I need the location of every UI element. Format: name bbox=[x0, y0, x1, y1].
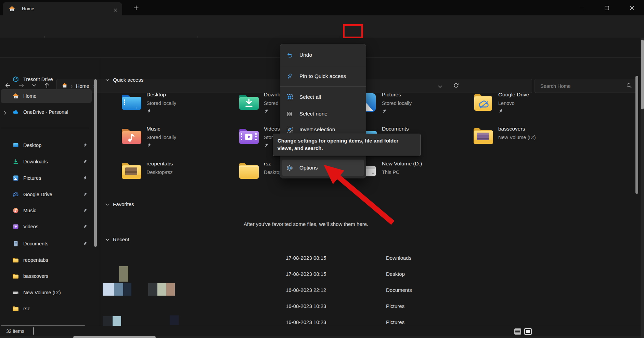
search-icon[interactable] bbox=[626, 83, 632, 90]
pin-icon bbox=[82, 224, 88, 229]
close-button[interactable] bbox=[627, 4, 637, 12]
file-thumbnail[interactable] bbox=[113, 316, 121, 326]
sidebar-item-documents[interactable]: Documents bbox=[1, 237, 92, 251]
pin-icon bbox=[82, 241, 88, 246]
tile-subtitle: Stored locally bbox=[382, 100, 412, 106]
section-label: Recent bbox=[113, 236, 129, 242]
tile-subtitle: New Volume (D:) bbox=[498, 135, 536, 140]
sidebar-item-label: rsz bbox=[23, 306, 30, 311]
sidebar-item-downloads[interactable]: Downloads bbox=[1, 155, 92, 168]
refresh-icon[interactable] bbox=[453, 82, 459, 90]
tab-close-icon[interactable] bbox=[112, 6, 119, 14]
downloads-folder-icon bbox=[238, 92, 260, 112]
sidebar-item-label: Documents bbox=[23, 241, 48, 246]
select-all-icon bbox=[286, 94, 293, 100]
favorites-empty-message: After you've favorited some files, we'll… bbox=[244, 221, 368, 227]
file-thumbnail[interactable] bbox=[123, 283, 131, 296]
sidebar-item-label: Google Drive bbox=[23, 192, 52, 197]
sidebar-separator bbox=[1, 128, 89, 128]
tile-desktop[interactable]: Desktop Stored locally bbox=[120, 92, 235, 116]
tab-home[interactable]: Home bbox=[3, 2, 122, 15]
sidebar-item-desktop[interactable]: Desktop bbox=[1, 138, 92, 152]
tile-new-volume[interactable]: New Volume (D:) This PC bbox=[356, 161, 471, 185]
tile-google-drive[interactable]: Google Drive Lenovo bbox=[472, 92, 587, 116]
menu-item-options[interactable]: Options bbox=[282, 160, 364, 176]
sidebar-item-onedrive[interactable]: OneDrive - Personal bbox=[1, 105, 92, 119]
menu-item-select-all[interactable]: Select all bbox=[282, 90, 364, 105]
file-thumbnail[interactable] bbox=[170, 315, 179, 325]
tile-title: Videos bbox=[264, 126, 280, 132]
menu-separator bbox=[280, 86, 366, 87]
sidebar-item-label: OneDrive - Personal bbox=[23, 109, 68, 115]
file-thumbnail[interactable] bbox=[148, 283, 157, 296]
content-scrollbar[interactable] bbox=[635, 76, 638, 194]
file-thumbnail[interactable] bbox=[114, 283, 123, 296]
sidebar-scrollbar[interactable] bbox=[94, 79, 97, 247]
thumbnail-view-toggle-icon[interactable] bbox=[524, 328, 532, 335]
sidebar-item-home[interactable]: Home bbox=[1, 89, 92, 103]
sidebar-item-music[interactable]: Music bbox=[1, 204, 92, 217]
section-favorites[interactable]: Favorites bbox=[105, 201, 134, 207]
tile-title: rsz bbox=[264, 161, 271, 167]
sidebar-item-pictures[interactable]: Pictures bbox=[1, 171, 92, 185]
file-thumbnail[interactable] bbox=[157, 283, 166, 296]
tile-music[interactable]: Music Stored locally bbox=[120, 126, 235, 150]
sidebar-item-basscovers[interactable]: basscovers bbox=[1, 269, 92, 283]
sidebar-item-videos[interactable]: Videos bbox=[1, 220, 92, 233]
undo-icon bbox=[286, 52, 293, 58]
sidebar-item-reopentabs[interactable]: reopentabs bbox=[1, 253, 92, 267]
expand-chevron-icon[interactable] bbox=[4, 110, 7, 114]
search-box[interactable] bbox=[534, 79, 636, 93]
menu-item-select-none[interactable]: Select none bbox=[282, 106, 364, 121]
file-thumbnail[interactable] bbox=[103, 283, 114, 296]
tile-pictures[interactable]: Pictures Stored locally bbox=[356, 92, 471, 116]
tile-subtitle: Stored locally bbox=[146, 100, 176, 106]
chevron-down-icon bbox=[105, 203, 110, 206]
sidebar-item-tresorit-drive[interactable]: Tresorit Drive bbox=[1, 72, 92, 86]
sidebar-item-rsz[interactable]: rsz bbox=[1, 302, 92, 315]
sidebar-item-new-volume[interactable]: New Volume (D:) bbox=[1, 286, 92, 299]
window-scrollbar-thumb[interactable] bbox=[641, 40, 644, 109]
file-thumbnail[interactable] bbox=[119, 266, 128, 282]
music-icon bbox=[12, 207, 19, 214]
menu-item-undo[interactable]: Undo bbox=[282, 48, 364, 63]
document-icon bbox=[12, 241, 19, 247]
pin-icon bbox=[82, 208, 88, 213]
section-label: Favorites bbox=[113, 201, 134, 207]
details-view-toggle-icon[interactable] bbox=[513, 328, 522, 335]
minimize-button[interactable] bbox=[577, 4, 587, 12]
section-label: Quick access bbox=[113, 77, 143, 83]
recent-date: 17-08-2023 08:15 bbox=[286, 255, 326, 261]
pin-icon bbox=[82, 143, 88, 148]
videos-icon bbox=[12, 224, 19, 230]
pin-icon bbox=[286, 73, 293, 80]
pin-icon bbox=[264, 143, 269, 148]
tile-reopentabs[interactable]: reopentabs Desktop\rsz bbox=[120, 161, 235, 185]
see-more-menu: Undo Pin to Quick access Select all Sele… bbox=[280, 44, 366, 178]
menu-item-pin-to-quick-access[interactable]: Pin to Quick access bbox=[282, 69, 364, 84]
section-quick-access[interactable]: Quick access bbox=[105, 77, 143, 83]
tooltip-text: Change settings for opening items, file … bbox=[278, 137, 415, 152]
pin-icon bbox=[82, 192, 88, 197]
recent-name: Pictures bbox=[386, 319, 404, 325]
maximize-button[interactable] bbox=[602, 4, 612, 12]
gear-icon bbox=[286, 165, 293, 171]
desktop-folder-icon bbox=[120, 92, 142, 112]
file-thumbnail[interactable] bbox=[166, 283, 175, 296]
red-highlight-box bbox=[343, 24, 363, 38]
tile-basscovers[interactable]: basscovers New Volume (D:) bbox=[472, 126, 587, 150]
address-dropdown-chevron-icon[interactable] bbox=[438, 83, 442, 90]
tile-title: reopentabs bbox=[146, 161, 173, 167]
pin-icon bbox=[264, 109, 269, 114]
file-explorer-window: Home New bbox=[0, 0, 644, 338]
menu-separator bbox=[280, 66, 366, 66]
section-recent[interactable]: Recent bbox=[105, 236, 129, 242]
window-horizontal-scrollbar-thumb[interactable] bbox=[73, 336, 156, 338]
title-bar: Home bbox=[0, 0, 644, 15]
file-thumbnail[interactable] bbox=[103, 316, 113, 326]
new-tab-button[interactable] bbox=[132, 4, 140, 12]
search-input[interactable] bbox=[540, 82, 620, 91]
tile-subtitle: This PC bbox=[382, 170, 400, 175]
sidebar-item-google-drive[interactable]: Google Drive bbox=[1, 188, 92, 201]
status-divider bbox=[33, 327, 34, 335]
